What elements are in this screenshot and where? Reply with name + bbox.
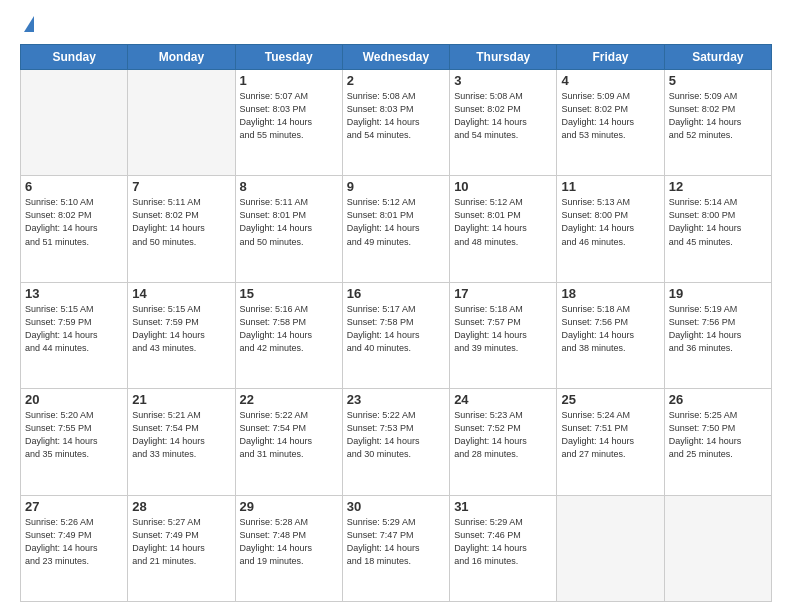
- day-number: 18: [561, 286, 659, 301]
- day-number: 16: [347, 286, 445, 301]
- day-number: 22: [240, 392, 338, 407]
- day-info: Sunrise: 5:16 AM Sunset: 7:58 PM Dayligh…: [240, 303, 338, 355]
- day-info: Sunrise: 5:09 AM Sunset: 8:02 PM Dayligh…: [561, 90, 659, 142]
- day-info: Sunrise: 5:26 AM Sunset: 7:49 PM Dayligh…: [25, 516, 123, 568]
- day-info: Sunrise: 5:25 AM Sunset: 7:50 PM Dayligh…: [669, 409, 767, 461]
- day-info: Sunrise: 5:10 AM Sunset: 8:02 PM Dayligh…: [25, 196, 123, 248]
- calendar-cell: 14Sunrise: 5:15 AM Sunset: 7:59 PM Dayli…: [128, 282, 235, 388]
- calendar-cell: 5Sunrise: 5:09 AM Sunset: 8:02 PM Daylig…: [664, 70, 771, 176]
- calendar-header-row: SundayMondayTuesdayWednesdayThursdayFrid…: [21, 45, 772, 70]
- calendar-header-friday: Friday: [557, 45, 664, 70]
- calendar-cell: 22Sunrise: 5:22 AM Sunset: 7:54 PM Dayli…: [235, 389, 342, 495]
- day-number: 29: [240, 499, 338, 514]
- day-info: Sunrise: 5:24 AM Sunset: 7:51 PM Dayligh…: [561, 409, 659, 461]
- calendar-cell: 17Sunrise: 5:18 AM Sunset: 7:57 PM Dayli…: [450, 282, 557, 388]
- day-number: 5: [669, 73, 767, 88]
- day-number: 23: [347, 392, 445, 407]
- day-number: 26: [669, 392, 767, 407]
- calendar-header-saturday: Saturday: [664, 45, 771, 70]
- calendar-header-monday: Monday: [128, 45, 235, 70]
- calendar-cell: 13Sunrise: 5:15 AM Sunset: 7:59 PM Dayli…: [21, 282, 128, 388]
- calendar-cell: 21Sunrise: 5:21 AM Sunset: 7:54 PM Dayli…: [128, 389, 235, 495]
- calendar-cell: 25Sunrise: 5:24 AM Sunset: 7:51 PM Dayli…: [557, 389, 664, 495]
- day-info: Sunrise: 5:20 AM Sunset: 7:55 PM Dayligh…: [25, 409, 123, 461]
- day-info: Sunrise: 5:12 AM Sunset: 8:01 PM Dayligh…: [454, 196, 552, 248]
- calendar-cell: 12Sunrise: 5:14 AM Sunset: 8:00 PM Dayli…: [664, 176, 771, 282]
- day-info: Sunrise: 5:09 AM Sunset: 8:02 PM Dayligh…: [669, 90, 767, 142]
- day-number: 24: [454, 392, 552, 407]
- logo: [20, 16, 34, 34]
- calendar-cell: 18Sunrise: 5:18 AM Sunset: 7:56 PM Dayli…: [557, 282, 664, 388]
- day-number: 25: [561, 392, 659, 407]
- logo-text: [20, 16, 34, 34]
- calendar-cell: 19Sunrise: 5:19 AM Sunset: 7:56 PM Dayli…: [664, 282, 771, 388]
- day-info: Sunrise: 5:07 AM Sunset: 8:03 PM Dayligh…: [240, 90, 338, 142]
- day-info: Sunrise: 5:12 AM Sunset: 8:01 PM Dayligh…: [347, 196, 445, 248]
- day-info: Sunrise: 5:11 AM Sunset: 8:01 PM Dayligh…: [240, 196, 338, 248]
- calendar-cell: 1Sunrise: 5:07 AM Sunset: 8:03 PM Daylig…: [235, 70, 342, 176]
- calendar-cell: 24Sunrise: 5:23 AM Sunset: 7:52 PM Dayli…: [450, 389, 557, 495]
- day-info: Sunrise: 5:22 AM Sunset: 7:54 PM Dayligh…: [240, 409, 338, 461]
- day-info: Sunrise: 5:18 AM Sunset: 7:57 PM Dayligh…: [454, 303, 552, 355]
- calendar-header-wednesday: Wednesday: [342, 45, 449, 70]
- calendar-cell: 6Sunrise: 5:10 AM Sunset: 8:02 PM Daylig…: [21, 176, 128, 282]
- day-number: 11: [561, 179, 659, 194]
- calendar-week-4: 20Sunrise: 5:20 AM Sunset: 7:55 PM Dayli…: [21, 389, 772, 495]
- day-number: 3: [454, 73, 552, 88]
- day-info: Sunrise: 5:22 AM Sunset: 7:53 PM Dayligh…: [347, 409, 445, 461]
- calendar-week-1: 1Sunrise: 5:07 AM Sunset: 8:03 PM Daylig…: [21, 70, 772, 176]
- calendar-week-3: 13Sunrise: 5:15 AM Sunset: 7:59 PM Dayli…: [21, 282, 772, 388]
- calendar-cell: 16Sunrise: 5:17 AM Sunset: 7:58 PM Dayli…: [342, 282, 449, 388]
- calendar-week-2: 6Sunrise: 5:10 AM Sunset: 8:02 PM Daylig…: [21, 176, 772, 282]
- day-number: 27: [25, 499, 123, 514]
- day-number: 12: [669, 179, 767, 194]
- day-info: Sunrise: 5:29 AM Sunset: 7:47 PM Dayligh…: [347, 516, 445, 568]
- day-info: Sunrise: 5:14 AM Sunset: 8:00 PM Dayligh…: [669, 196, 767, 248]
- calendar-cell: 15Sunrise: 5:16 AM Sunset: 7:58 PM Dayli…: [235, 282, 342, 388]
- calendar-header-sunday: Sunday: [21, 45, 128, 70]
- calendar-cell: 2Sunrise: 5:08 AM Sunset: 8:03 PM Daylig…: [342, 70, 449, 176]
- day-info: Sunrise: 5:15 AM Sunset: 7:59 PM Dayligh…: [25, 303, 123, 355]
- day-info: Sunrise: 5:21 AM Sunset: 7:54 PM Dayligh…: [132, 409, 230, 461]
- calendar-cell: [128, 70, 235, 176]
- day-number: 31: [454, 499, 552, 514]
- day-number: 28: [132, 499, 230, 514]
- day-info: Sunrise: 5:08 AM Sunset: 8:02 PM Dayligh…: [454, 90, 552, 142]
- calendar-cell: [557, 495, 664, 601]
- day-number: 2: [347, 73, 445, 88]
- header: [20, 16, 772, 34]
- calendar-cell: 20Sunrise: 5:20 AM Sunset: 7:55 PM Dayli…: [21, 389, 128, 495]
- day-number: 13: [25, 286, 123, 301]
- day-number: 30: [347, 499, 445, 514]
- calendar-cell: [664, 495, 771, 601]
- day-info: Sunrise: 5:18 AM Sunset: 7:56 PM Dayligh…: [561, 303, 659, 355]
- calendar-cell: 9Sunrise: 5:12 AM Sunset: 8:01 PM Daylig…: [342, 176, 449, 282]
- day-info: Sunrise: 5:19 AM Sunset: 7:56 PM Dayligh…: [669, 303, 767, 355]
- day-info: Sunrise: 5:17 AM Sunset: 7:58 PM Dayligh…: [347, 303, 445, 355]
- calendar-header-thursday: Thursday: [450, 45, 557, 70]
- day-number: 20: [25, 392, 123, 407]
- calendar-header-tuesday: Tuesday: [235, 45, 342, 70]
- day-number: 15: [240, 286, 338, 301]
- calendar-table: SundayMondayTuesdayWednesdayThursdayFrid…: [20, 44, 772, 602]
- calendar-cell: 10Sunrise: 5:12 AM Sunset: 8:01 PM Dayli…: [450, 176, 557, 282]
- day-number: 19: [669, 286, 767, 301]
- page: SundayMondayTuesdayWednesdayThursdayFrid…: [0, 0, 792, 612]
- day-number: 10: [454, 179, 552, 194]
- day-number: 7: [132, 179, 230, 194]
- day-number: 4: [561, 73, 659, 88]
- calendar-cell: 29Sunrise: 5:28 AM Sunset: 7:48 PM Dayli…: [235, 495, 342, 601]
- day-info: Sunrise: 5:11 AM Sunset: 8:02 PM Dayligh…: [132, 196, 230, 248]
- logo-triangle-icon: [24, 16, 34, 32]
- calendar-cell: 28Sunrise: 5:27 AM Sunset: 7:49 PM Dayli…: [128, 495, 235, 601]
- day-number: 1: [240, 73, 338, 88]
- calendar-cell: [21, 70, 128, 176]
- day-info: Sunrise: 5:08 AM Sunset: 8:03 PM Dayligh…: [347, 90, 445, 142]
- day-info: Sunrise: 5:28 AM Sunset: 7:48 PM Dayligh…: [240, 516, 338, 568]
- day-number: 14: [132, 286, 230, 301]
- calendar-week-5: 27Sunrise: 5:26 AM Sunset: 7:49 PM Dayli…: [21, 495, 772, 601]
- calendar-cell: 11Sunrise: 5:13 AM Sunset: 8:00 PM Dayli…: [557, 176, 664, 282]
- day-info: Sunrise: 5:13 AM Sunset: 8:00 PM Dayligh…: [561, 196, 659, 248]
- calendar-cell: 8Sunrise: 5:11 AM Sunset: 8:01 PM Daylig…: [235, 176, 342, 282]
- day-number: 8: [240, 179, 338, 194]
